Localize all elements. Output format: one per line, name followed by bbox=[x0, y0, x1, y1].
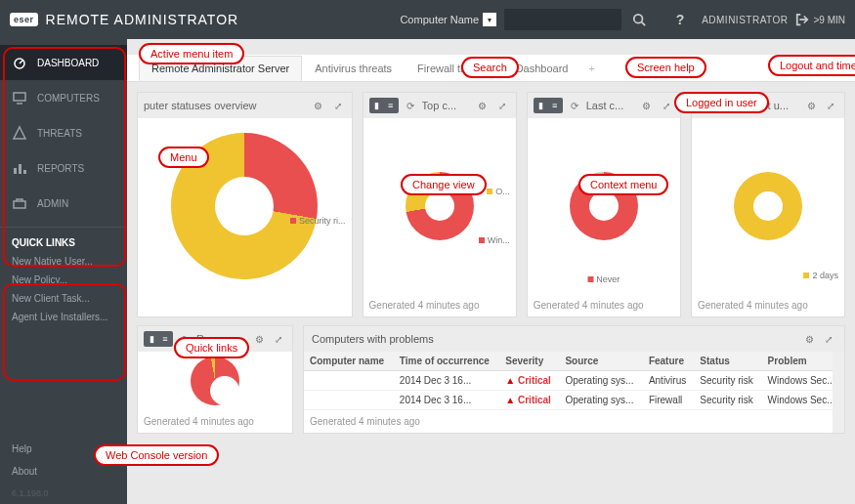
logged-in-user[interactable]: ADMINISTRATOR bbox=[702, 15, 788, 25]
scrollbar[interactable] bbox=[833, 352, 844, 433]
logout-button[interactable]: >9 MIN bbox=[795, 13, 845, 26]
panel-last-connection: ▮≡ ⟳ Last c... ⚙ ⤢ Never Generated 4 min… bbox=[527, 92, 681, 317]
view-toggle[interactable]: ▮≡ bbox=[144, 331, 173, 347]
sidebar-item-admin[interactable]: ADMIN bbox=[0, 186, 127, 221]
panel-problems: Computers with problems ⚙ ⤢ Computer nam… bbox=[303, 325, 845, 434]
expand-icon[interactable]: ⤢ bbox=[330, 98, 346, 113]
svg-rect-7 bbox=[14, 168, 17, 174]
sidebar-label: REPORTS bbox=[37, 163, 84, 174]
chart-view-icon[interactable]: ▮ bbox=[371, 100, 383, 111]
quick-links-header: QUICK LINKS bbox=[0, 227, 127, 252]
legend-label: Never bbox=[596, 274, 620, 284]
gear-icon[interactable]: ⚙ bbox=[801, 331, 817, 347]
dashboard-icon bbox=[12, 55, 27, 70]
panel-statuses-overview: puter statuses overview ⚙ ⤢ Security ri.… bbox=[137, 92, 353, 317]
col-feature[interactable]: Feature bbox=[643, 352, 694, 371]
view-toggle[interactable]: ▮≡ bbox=[534, 98, 563, 113]
svg-rect-8 bbox=[19, 164, 21, 174]
refresh-icon[interactable]: ⟳ bbox=[567, 98, 582, 113]
svg-line-1 bbox=[642, 22, 646, 26]
callout-menu: Menu bbox=[158, 147, 209, 168]
search-icon[interactable] bbox=[625, 13, 653, 26]
callout-search: Search bbox=[461, 57, 519, 78]
quick-link-new-user[interactable]: New Native User... bbox=[0, 252, 127, 271]
quick-link-new-policy[interactable]: New Policy... bbox=[0, 271, 127, 289]
quick-link-new-task[interactable]: New Client Task... bbox=[0, 289, 127, 308]
panel-title: Top c... bbox=[422, 100, 471, 111]
sidebar-label: ADMIN bbox=[37, 198, 68, 209]
svg-line-4 bbox=[20, 61, 22, 63]
panel-footer: Generated 4 minutes ago bbox=[528, 294, 680, 316]
svg-point-0 bbox=[634, 15, 643, 23]
search-scope-label: Computer Name bbox=[400, 14, 479, 25]
search-group: Computer Name ▾ bbox=[400, 9, 653, 30]
list-view-icon[interactable]: ≡ bbox=[385, 100, 397, 111]
svg-rect-5 bbox=[14, 93, 25, 101]
admin-icon bbox=[12, 195, 27, 211]
panel-top-computers: ▮≡ ⟳ Top c... ⚙ ⤢ O... Win... Generated … bbox=[363, 92, 517, 317]
refresh-icon[interactable]: ⟳ bbox=[403, 98, 418, 113]
col-severity[interactable]: Severity bbox=[499, 352, 559, 371]
header-bar: eser REMOTE ADMINISTRATOR Computer Name … bbox=[0, 0, 855, 39]
panel-footer: Generated 4 minutes ago bbox=[363, 294, 516, 316]
gear-icon[interactable]: ⚙ bbox=[311, 98, 326, 113]
panel-last-update: ▮≡ ⟳ Last u... ⚙ ⤢ 2 days Generated 4 mi… bbox=[691, 92, 845, 317]
legend-label: 2 days bbox=[812, 271, 838, 280]
gear-icon[interactable]: ⚙ bbox=[251, 331, 267, 347]
panel-title: puter statuses overview bbox=[144, 100, 307, 111]
panel-footer: Generated 4 minutes ago bbox=[138, 410, 292, 433]
expand-icon[interactable]: ⤢ bbox=[271, 331, 286, 347]
panel-title: Last c... bbox=[586, 100, 635, 111]
expand-icon[interactable]: ⤢ bbox=[823, 98, 838, 113]
panel-title: Computers with problems bbox=[312, 333, 797, 345]
svg-rect-10 bbox=[14, 201, 25, 208]
sidebar-label: THREATS bbox=[37, 128, 82, 139]
legend-label: Win... bbox=[488, 235, 510, 245]
table-row[interactable]: 2014 Dec 3 16...▲ CriticalOperating sys.… bbox=[304, 371, 844, 391]
gear-icon[interactable]: ⚙ bbox=[639, 98, 655, 113]
tab-antivirus[interactable]: Antivirus threats bbox=[302, 56, 405, 81]
col-status[interactable]: Status bbox=[694, 352, 761, 371]
donut-chart bbox=[191, 357, 239, 405]
sidebar-item-computers[interactable]: COMPUTERS bbox=[0, 80, 127, 115]
col-computer[interactable]: Computer name bbox=[304, 352, 394, 371]
sidebar-item-dashboard[interactable]: DASHBOARD bbox=[0, 45, 127, 80]
legend-label: Security ri... bbox=[299, 216, 346, 226]
callout-quick-links: Quick links bbox=[174, 337, 249, 358]
donut-chart bbox=[734, 172, 802, 240]
sidebar-item-threats[interactable]: THREATS bbox=[0, 115, 127, 150]
col-time[interactable]: Time of occurrence bbox=[394, 352, 499, 371]
sidebar-label: DASHBOARD bbox=[37, 58, 99, 68]
brand-logo: eser bbox=[10, 13, 38, 26]
callout-active-menu: Active menu item bbox=[139, 43, 244, 64]
callout-version: Web Console version bbox=[94, 444, 219, 466]
panel-footer: Generated 4 minutes ago bbox=[304, 410, 844, 433]
help-icon[interactable]: ? bbox=[666, 12, 694, 27]
view-toggle[interactable]: ▮≡ bbox=[369, 98, 399, 113]
sidebar: DASHBOARD COMPUTERS THREATS REPORTS ADMI… bbox=[0, 39, 127, 504]
timeout-label: >9 MIN bbox=[813, 15, 845, 25]
gear-icon[interactable]: ⚙ bbox=[475, 98, 491, 113]
expand-icon[interactable]: ⤢ bbox=[659, 98, 674, 113]
search-scope-dropdown[interactable]: ▾ bbox=[483, 13, 496, 26]
callout-context-menu: Context menu bbox=[578, 174, 668, 195]
table-row[interactable]: 2014 Dec 3 16...▲ CriticalOperating sys.… bbox=[304, 391, 844, 410]
expand-icon[interactable]: ⤢ bbox=[821, 331, 836, 347]
computers-icon bbox=[12, 90, 27, 105]
svg-rect-9 bbox=[23, 170, 26, 174]
version-label: 6.1.198.0 bbox=[0, 483, 127, 504]
app-title: REMOTE ADMINISTRATOR bbox=[46, 12, 239, 27]
quick-link-installers[interactable]: Agent Live Installers... bbox=[0, 308, 127, 326]
expand-icon[interactable]: ⤢ bbox=[494, 98, 510, 113]
sidebar-item-reports[interactable]: REPORTS bbox=[0, 150, 127, 186]
problems-table: Computer name Time of occurrence Severit… bbox=[304, 352, 844, 410]
col-source[interactable]: Source bbox=[559, 352, 643, 371]
search-input[interactable] bbox=[504, 9, 621, 30]
reports-icon bbox=[12, 160, 27, 176]
callout-change-view: Change view bbox=[401, 174, 487, 195]
threats-icon bbox=[12, 125, 27, 141]
gear-icon[interactable]: ⚙ bbox=[803, 98, 819, 113]
tab-add-button[interactable]: + bbox=[581, 59, 603, 78]
callout-logged-user: Logged in user bbox=[674, 92, 769, 113]
panel-footer: Generated 4 minutes ago bbox=[692, 294, 844, 316]
